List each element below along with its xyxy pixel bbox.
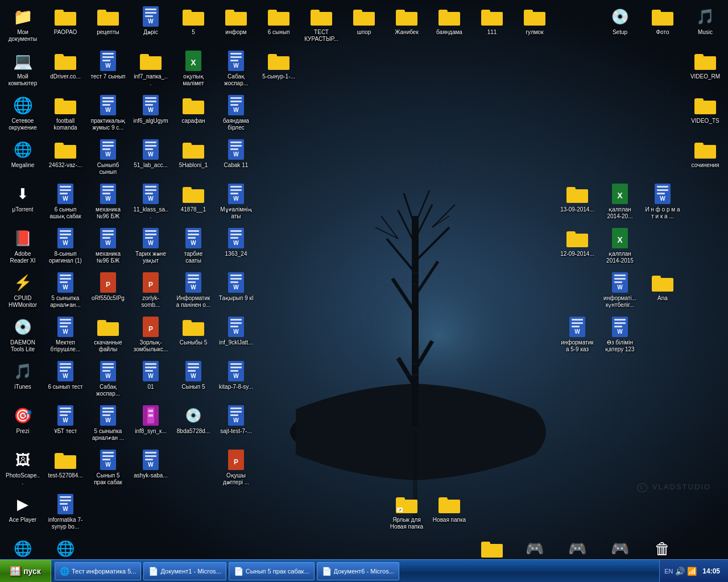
desktop-icon-moi-doc[interactable]: 📁Мои документы xyxy=(3,3,43,45)
desktop-icon-akylbek[interactable]: Акылбек xyxy=(472,535,512,559)
desktop-icon-recepty[interactable]: рецепты xyxy=(88,3,128,38)
desktop-icon-kalplan1[interactable]: X қалплан 2014-20... xyxy=(600,180,640,222)
desktop-icon-setup[interactable]: 💿Setup xyxy=(600,3,640,38)
taskbar-item-tb-synyp[interactable]: 📄Сынып 5 прак сабак... xyxy=(229,562,315,580)
desktop-icon-mechanika96[interactable]: W механика №96 БЖ xyxy=(88,180,128,222)
taskbar-item-tb-doc6[interactable]: 📄Документ6 - Micros... xyxy=(317,562,399,580)
desktop-icon-megaline[interactable]: 🌐Megaline xyxy=(3,136,43,171)
desktop-icon-setevoe[interactable]: 🌐Сетевое окружение xyxy=(3,92,43,134)
desktop-icon-google-chrome[interactable]: 🌐Google Chrome xyxy=(3,535,43,559)
desktop-icon-test527[interactable]: test-527084... xyxy=(46,446,85,481)
desktop-icon-cpuid[interactable]: ⚡CPUID HWMonitor xyxy=(3,269,43,311)
desktop-icon-zorlyk2[interactable]: P Зорлық-зомбылыкс... xyxy=(131,313,171,355)
desktop-icon-daris[interactable]: W Дәріс xyxy=(131,3,171,38)
desktop-icon-korzina[interactable]: 🗑Корзина xyxy=(643,535,682,559)
desktop-icon-foto[interactable]: Фото xyxy=(643,3,682,38)
desktop-icon-12-09[interactable]: 12-09-2014... xyxy=(557,225,597,260)
desktop-icon-counter-strike[interactable]: 🎮Counter-Strike 1.6 xyxy=(600,535,640,559)
desktop-icon-kitab[interactable]: W kitар-7-8-sy... xyxy=(216,357,256,393)
desktop-icon-takyryn[interactable]: W Тақырып 9 кl xyxy=(216,269,256,304)
desktop-icon-bayandama2[interactable]: W баяндама бірлес xyxy=(216,92,256,134)
desktop-icon-video-rm[interactable]: VIDEO_RM xyxy=(685,47,725,82)
desktop-icon-kalplan2[interactable]: X қалплан 2014-2015 xyxy=(600,225,640,267)
desktop-icon-utorrent[interactable]: ⬇μTorrent xyxy=(3,180,43,215)
desktop-icon-13-09[interactable]: 13-09-2014... xyxy=(557,180,597,215)
desktop-icon-6synyp-sabak[interactable]: W 6 сынып ашық сабак xyxy=(46,180,85,222)
desktop-icon-41878[interactable]: 41878__1 xyxy=(173,180,213,215)
desktop-icon-novaya-papka[interactable]: Новая папка xyxy=(429,490,469,526)
desktop-icon-yarlyk[interactable]: ↗ Ярлык для Новая папка xyxy=(387,490,427,533)
desktop-icon-24632[interactable]: 24632-vaz-... xyxy=(46,136,85,171)
desktop-icon-zhanibek[interactable]: Жанибек xyxy=(387,3,427,38)
desktop-icon-football[interactable]: football komanda xyxy=(46,92,85,134)
desktop-icon-okulyk[interactable]: X оқулық малімет xyxy=(173,47,213,89)
desktop-icon-01[interactable]: W 01 xyxy=(131,357,171,393)
desktop-icon-sajt-test[interactable]: W sajt-test-7-... xyxy=(216,402,256,437)
desktop-icon-ddriver[interactable]: dDriver.co... xyxy=(46,47,85,82)
desktop-icon-synyp6[interactable]: W Сыныпб сынып xyxy=(88,136,128,178)
desktop-icon-inform[interactable]: информ xyxy=(216,3,256,38)
desktop-icon-synyp5-prak[interactable]: W Сынып 5 прак сабак xyxy=(88,446,128,488)
desktop-icon-orf550[interactable]: P oRf550c5IPg xyxy=(88,269,128,304)
desktop-icon-6synyp-test[interactable]: W 6 сынып тест xyxy=(46,357,85,393)
desktop-icon-111[interactable]: 111 xyxy=(472,3,512,38)
desktop-icon-5[interactable]: 5 xyxy=(173,3,213,38)
desktop-icon-raopao[interactable]: РАОРАО xyxy=(46,3,85,38)
desktop-icon-inf9[interactable]: W inf_9ckIJatt... xyxy=(216,313,256,348)
desktop-icon-itunes[interactable]: 🎵iTunes xyxy=(3,357,43,393)
desktop-icon-tarbiye[interactable]: W тарбие сааты xyxy=(173,225,213,267)
desktop-icon-8bda[interactable]: 💿8bda5728d... xyxy=(173,402,213,437)
desktop-icon-warcraft[interactable]: 🎮Warcraft III v1.26a xyxy=(515,535,555,559)
desktop-icon-mugalim[interactable]: W Мұғалімнің аты xyxy=(216,180,256,222)
desktop-icon-skachannye[interactable]: скачанные файлы xyxy=(88,313,128,355)
desktop-icon-inf8-syn[interactable]: inf8_syn_к... xyxy=(131,402,171,437)
desktop-icon-sabak-zhospar2[interactable]: W Сабақ жоспар... xyxy=(88,357,128,400)
desktop-icon-cabak11[interactable]: W Cabak 11 xyxy=(216,136,256,171)
desktop-icon-5synyp-arn[interactable]: W 5 сыныпка арналған... xyxy=(46,269,85,311)
desktop-icon-informatika-pan[interactable]: W Информатика панінен о... xyxy=(173,269,213,311)
desktop-icon-ana[interactable]: Ana xyxy=(643,269,682,304)
desktop-icon-amigo[interactable]: 🌐Амиго xyxy=(46,535,85,559)
desktop-icon-sochinenie[interactable]: сочинения xyxy=(685,136,725,171)
desktop-icon-tarikh[interactable]: W Тарих және уақыт xyxy=(131,225,171,267)
desktop-icon-8synyp[interactable]: W 8-сынып оригинал (1) xyxy=(46,225,85,267)
desktop-icon-5synyp-arn2[interactable]: W 5 сыныпка арналған ... xyxy=(88,402,128,444)
desktop-icon-bayandama[interactable]: баяндама xyxy=(429,3,469,38)
desktop-icon-oz-bilim[interactable]: W Өз білімін қатеру 123 xyxy=(600,313,640,355)
desktop-icon-inf7[interactable]: inf7_папка_... xyxy=(131,47,171,89)
desktop-icon-informati2[interactable]: W информаті... күнтбеліг... xyxy=(600,269,640,311)
desktop-icon-music[interactable]: 🎵Music xyxy=(685,3,725,38)
desktop-icon-shpor[interactable]: шпор xyxy=(344,3,384,38)
desktop-icon-synyby5[interactable]: Сыныбы 5 xyxy=(173,313,213,348)
desktop-icon-frozen-throne[interactable]: 🎮Frozen Throne xyxy=(557,535,597,559)
desktop-icon-mechanika2[interactable]: W механика №96 БЖ xyxy=(88,225,128,267)
desktop-icon-test7[interactable]: W тест 7 сынып xyxy=(88,47,128,82)
desktop-icon-ubt-test[interactable]: W ҰБТ тест xyxy=(46,402,85,437)
desktop-icon-shabloni[interactable]: 5Habloni_1 xyxy=(173,136,213,171)
desktop-icon-moy-comp[interactable]: 💻Мой компьютер xyxy=(3,47,43,89)
taskbar-item-tb-doc1[interactable]: 📄Документ1 - Micros... xyxy=(143,562,226,580)
desktop-icon-sarafan[interactable]: сарафан xyxy=(173,92,213,127)
desktop-icon-test-kur[interactable]: ТЕСТ КУРАСТЫР... xyxy=(301,3,341,45)
desktop-icon-mektep[interactable]: W Мектеп бтірушіле... xyxy=(46,313,85,355)
desktop-icon-ashyk-saba[interactable]: W ashyk-saba... xyxy=(131,446,171,481)
desktop-icon-informatika-kaz[interactable]: W информатика 5-9 каз xyxy=(557,313,597,355)
taskbar-item-tb-test-inf[interactable]: 🌐Тест информатика 5... xyxy=(55,562,141,580)
desktop-icon-synyp5[interactable]: W Сынып 5 xyxy=(173,357,213,393)
desktop-icon-informatika-7[interactable]: W informatika 7-synyp bo... xyxy=(46,490,85,533)
desktop-icon-prezi[interactable]: 🎯Prezi xyxy=(3,402,43,437)
desktop-icon-ace-player[interactable]: ▶Ace Player xyxy=(3,490,43,526)
desktop-icon-51-lab[interactable]: W 51_lab_acc... xyxy=(131,136,171,171)
desktop-icon-video-ts[interactable]: VIDEO_TS xyxy=(685,92,725,127)
desktop-icon-informatika1[interactable]: W И н ф о р м а т и к а ... xyxy=(643,180,682,222)
desktop-icon-gulmok[interactable]: гулмок xyxy=(515,3,555,38)
desktop-icon-11klass[interactable]: W 11_klass_sa... xyxy=(131,180,171,222)
desktop-icon-5-synyp[interactable]: 5-сынyр-1-... xyxy=(259,47,299,82)
start-button[interactable]: 🪟 пуск xyxy=(0,560,51,583)
desktop-icon-adobe[interactable]: 📕Adobe Reader XI xyxy=(3,225,43,267)
desktop-icon-6synyp[interactable]: 6 сынып xyxy=(259,3,299,38)
desktop-icon-photoscaper[interactable]: 🖼PhotoScape... xyxy=(3,446,43,488)
desktop-icon-zorlyk-somb[interactable]: P zorlyk-somb... xyxy=(131,269,171,311)
desktop-icon-sabak-zhospar[interactable]: W Сабақ жоспар... xyxy=(216,47,256,89)
desktop-icon-okushy[interactable]: P Оқушы дәптері ... xyxy=(216,446,256,488)
